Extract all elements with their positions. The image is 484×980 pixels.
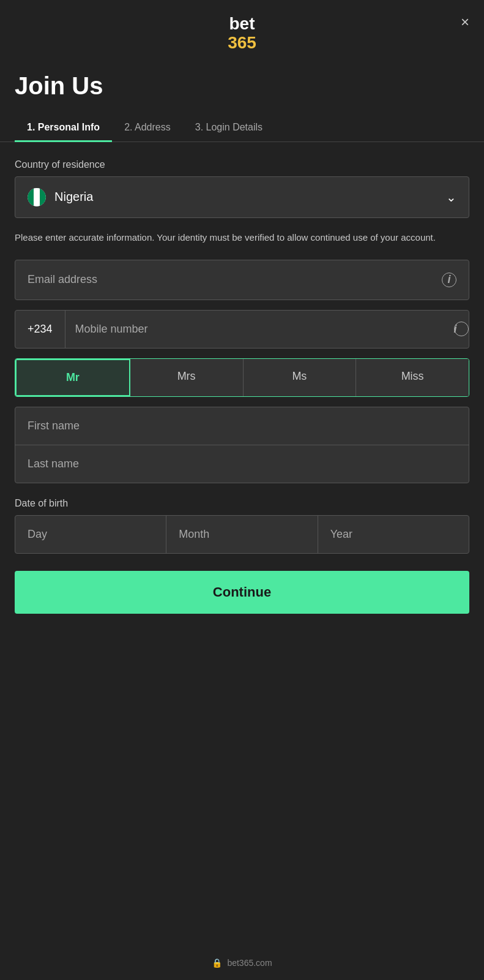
email-input[interactable] [28,273,442,286]
dob-fields-container [15,515,469,554]
close-button[interactable]: × [461,15,469,29]
email-info-icon[interactable]: i [442,273,456,287]
tabs-container: 1. Personal Info 2. Address 3. Login Det… [0,115,484,142]
lock-icon: 🔒 [212,958,222,968]
country-left: Nigeria [28,188,93,206]
title-selector: Mr Mrs Ms Miss [15,358,469,397]
footer-domain: bet365.com [227,958,272,968]
dob-year-input[interactable] [330,528,456,541]
dob-day-input[interactable] [28,528,154,541]
dob-day-field [15,516,166,553]
continue-button[interactable]: Continue [15,571,469,614]
phone-input[interactable] [65,311,454,348]
title-option-mrs[interactable]: Mrs [130,359,244,396]
name-fields-container [15,407,469,483]
form-content: Country of residence Nigeria ⌄ Please en… [0,142,484,946]
country-name: Nigeria [54,190,93,204]
title-option-miss[interactable]: Miss [356,359,469,396]
tab-login-details[interactable]: 3. Login Details [183,115,275,141]
phone-field-container: +234 i [15,310,469,349]
last-name-field [15,445,469,483]
title-option-ms[interactable]: Ms [244,359,357,396]
phone-info-icon[interactable]: i [454,322,469,336]
logo-365: 365 [228,34,256,53]
phone-code: +234 [15,311,65,348]
tab-personal-info[interactable]: 1. Personal Info [15,115,112,141]
dob-month-field [166,516,318,553]
country-dropdown[interactable]: Nigeria ⌄ [15,176,469,218]
svg-rect-1 [34,188,40,206]
nigeria-flag [28,188,46,206]
logo-bet: bet [229,15,255,34]
chevron-down-icon: ⌄ [446,190,456,205]
last-name-input[interactable] [28,458,456,470]
dob-year-field [318,516,469,553]
logo: bet 365 [228,15,256,53]
info-text: Please enter accurate information. Your … [15,230,469,245]
dob-label: Date of birth [15,498,469,509]
dob-month-input[interactable] [179,528,305,541]
first-name-input[interactable] [28,420,456,432]
email-field-container: i [15,260,469,300]
header: bet 365 × [0,0,484,62]
first-name-field [15,407,469,445]
page-title: Join Us [0,62,484,115]
country-label: Country of residence [15,159,469,170]
title-option-mr[interactable]: Mr [15,359,130,396]
footer: 🔒 bet365.com [0,946,484,980]
tab-address[interactable]: 2. Address [112,115,183,141]
